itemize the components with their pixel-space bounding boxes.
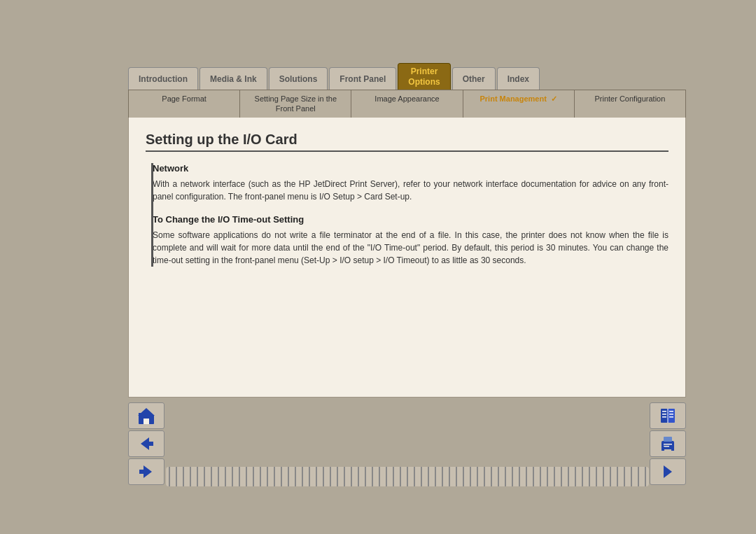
print-icon xyxy=(658,434,678,454)
tab-other[interactable]: Other xyxy=(452,67,496,90)
home-button[interactable] xyxy=(128,402,164,429)
next-page-button[interactable] xyxy=(650,458,686,485)
back-button[interactable] xyxy=(128,430,164,457)
svg-rect-15 xyxy=(669,414,673,415)
subtab-bar: Page Format Setting Page Size in the Fro… xyxy=(128,90,686,118)
main-container: Introduction Media & Ink Solutions Front… xyxy=(128,63,686,471)
svg-rect-13 xyxy=(662,416,666,418)
spiral-bar xyxy=(166,467,649,486)
subtab-print-management[interactable]: Print Management ✓ xyxy=(463,90,575,118)
svg-marker-23 xyxy=(664,465,672,478)
svg-rect-5 xyxy=(146,442,153,446)
subtab-image-appearance[interactable]: Image Appearance xyxy=(351,90,463,118)
network-body: With a network interface (such as the HP… xyxy=(153,178,668,203)
content-title: Setting up the I/O Card xyxy=(146,132,668,152)
tab-other-label: Other xyxy=(463,74,485,84)
subtab-print-management-check: ✓ xyxy=(551,94,557,103)
print-button[interactable] xyxy=(650,430,686,457)
forward-button[interactable] xyxy=(128,458,164,485)
back-icon xyxy=(136,434,156,454)
subtab-image-appearance-label: Image Appearance xyxy=(374,94,439,103)
svg-rect-14 xyxy=(669,411,673,412)
subtab-page-format[interactable]: Page Format xyxy=(129,90,240,118)
svg-rect-18 xyxy=(664,444,672,445)
left-marker xyxy=(151,163,153,267)
tab-printer-label-bottom: Options xyxy=(408,77,440,87)
subtab-setting-page-size-label: Setting Page Size in the Front Panel xyxy=(255,94,337,113)
svg-rect-3 xyxy=(139,413,141,417)
tab-front-panel[interactable]: Front Panel xyxy=(329,67,396,90)
bg-left xyxy=(0,0,128,534)
tab-printer-inner: Printer Options xyxy=(408,66,440,87)
subtab-page-format-label: Page Format xyxy=(162,94,206,103)
timeout-body: Some software applications do not write … xyxy=(153,229,668,267)
tab-introduction-label: Introduction xyxy=(139,74,188,84)
tab-media-label: Media & Ink xyxy=(210,74,257,84)
svg-rect-22 xyxy=(671,447,674,451)
network-heading: Network xyxy=(153,163,668,174)
forward-icon xyxy=(136,462,156,482)
svg-rect-19 xyxy=(664,446,669,447)
tab-solutions[interactable]: Solutions xyxy=(269,67,328,90)
tab-printer-options[interactable]: Printer Options xyxy=(398,63,450,90)
subtab-printer-configuration-label: Printer Configuration xyxy=(594,94,665,103)
next-icon xyxy=(658,462,678,482)
svg-rect-20 xyxy=(664,437,672,442)
subtab-print-management-label: Print Management xyxy=(480,94,547,103)
timeout-heading: To Change the I/O Time-out Setting xyxy=(153,214,668,225)
tab-printer-label-top: Printer xyxy=(411,66,438,76)
tab-index-label: Index xyxy=(507,74,529,84)
book-icon xyxy=(658,406,678,426)
svg-rect-21 xyxy=(662,447,664,451)
bottom-right-nav xyxy=(650,402,686,485)
svg-rect-7 xyxy=(139,470,146,474)
content-inner: Network With a network interface (such a… xyxy=(146,163,668,267)
tab-introduction[interactable]: Introduction xyxy=(128,67,198,90)
bottom-left-nav xyxy=(128,402,164,485)
svg-rect-2 xyxy=(144,419,149,424)
svg-rect-12 xyxy=(662,414,666,415)
bg-right xyxy=(686,0,756,534)
tab-frontpanel-label: Front Panel xyxy=(340,74,386,84)
subtab-printer-configuration[interactable]: Printer Configuration xyxy=(575,90,685,118)
tab-media-ink[interactable]: Media & Ink xyxy=(200,67,267,90)
tab-bar: Introduction Media & Ink Solutions Front… xyxy=(128,63,686,90)
subtab-setting-page-size[interactable]: Setting Page Size in the Front Panel xyxy=(240,90,351,118)
book-button[interactable] xyxy=(650,402,686,429)
content-area: Setting up the I/O Card Network With a n… xyxy=(128,118,686,398)
tab-solutions-label: Solutions xyxy=(279,74,318,84)
tab-index[interactable]: Index xyxy=(497,67,540,90)
svg-rect-16 xyxy=(669,416,673,418)
home-icon xyxy=(136,406,156,426)
svg-rect-11 xyxy=(662,411,666,412)
